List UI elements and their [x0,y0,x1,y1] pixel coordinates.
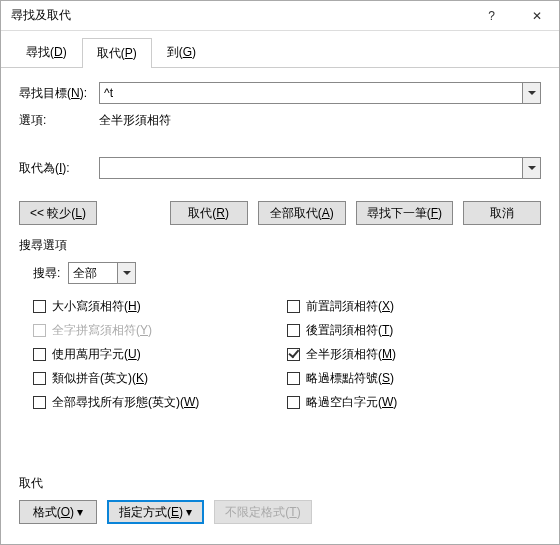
checkbox-box [33,372,46,385]
find-input[interactable] [99,82,541,104]
checkbox[interactable]: 使用萬用字元(U) [33,342,287,366]
search-dir-dropdown[interactable] [118,262,136,284]
checkbox[interactable]: 略過空白字元(W) [287,390,541,414]
cancel-button[interactable]: 取消 [463,201,541,225]
find-next-button[interactable]: 尋找下一筆(F) [356,201,453,225]
close-button[interactable]: ✕ [514,1,559,31]
checkbox-label: 大小寫須相符(H) [52,298,141,315]
options-value: 全半形須相符 [99,112,541,129]
less-button[interactable]: << 較少(L) [19,201,97,225]
search-dir-select[interactable]: 全部 [68,262,136,284]
checkbox-box [33,324,46,337]
checkbox-label: 類似拼音(英文)(K) [52,370,148,387]
search-dir-label: 搜尋: [33,265,60,282]
checkbox[interactable]: 大小寫須相符(H) [33,294,287,318]
find-label: 尋找目標(N): [19,85,99,102]
format-button[interactable]: 格式(O) ▾ [19,500,97,524]
replace-all-button[interactable]: 全部取代(A) [258,201,346,225]
checkbox-label: 全半形須相符(M) [306,346,396,363]
replace-button[interactable]: 取代(R) [170,201,248,225]
find-input-field[interactable] [99,82,523,104]
replace-label: 取代為(I): [19,160,99,177]
checkbox[interactable]: 類似拼音(英文)(K) [33,366,287,390]
checkbox-box [287,348,300,361]
chevron-down-icon [528,166,536,170]
titlebar: 尋找及取代 ? ✕ [1,1,559,31]
checkbox-box [33,300,46,313]
help-button[interactable]: ? [469,1,514,31]
checkbox-label: 略過空白字元(W) [306,394,397,411]
options-label: 選項: [19,112,99,129]
checkbox-box [287,396,300,409]
checkbox[interactable]: 全半形須相符(M) [287,342,541,366]
checkbox-label: 全字拼寫須相符(Y) [52,322,152,339]
checkbox-label: 後置詞須相符(T) [306,322,393,339]
checkbox-box [33,396,46,409]
window-title: 尋找及取代 [11,7,469,24]
checkbox-label: 使用萬用字元(U) [52,346,141,363]
checkbox-box [287,324,300,337]
tabs: 尋找(D) 取代(P) 到(G) [1,31,559,68]
checkbox-label: 前置詞須相符(X) [306,298,394,315]
tab-goto[interactable]: 到(G) [152,37,211,67]
checkbox[interactable]: 略過標點符號(S) [287,366,541,390]
replace-input[interactable] [99,157,541,179]
chevron-down-icon [123,271,131,275]
checkbox-box [33,348,46,361]
checkbox-label: 全部尋找所有形態(英文)(W) [52,394,199,411]
checkbox-box [287,300,300,313]
checkbox[interactable]: 後置詞須相符(T) [287,318,541,342]
special-button[interactable]: 指定方式(E) ▾ [107,500,204,524]
tab-find[interactable]: 尋找(D) [11,37,82,67]
checkbox-box [287,372,300,385]
checkbox[interactable]: 全部尋找所有形態(英文)(W) [33,390,287,414]
tab-replace[interactable]: 取代(P) [82,38,152,68]
no-format-button: 不限定格式(T) [214,500,311,524]
chevron-down-icon [528,91,536,95]
checkbox: 全字拼寫須相符(Y) [33,318,287,342]
replace-section-label: 取代 [19,475,541,492]
checkbox[interactable]: 前置詞須相符(X) [287,294,541,318]
checkbox-label: 略過標點符號(S) [306,370,394,387]
find-dropdown[interactable] [523,82,541,104]
search-options-label: 搜尋選項 [19,237,541,254]
content: 尋找目標(N): 選項: 全半形須相符 取代為(I): << 較少(L) 取代(… [1,68,559,414]
replace-dropdown[interactable] [523,157,541,179]
replace-input-field[interactable] [99,157,523,179]
